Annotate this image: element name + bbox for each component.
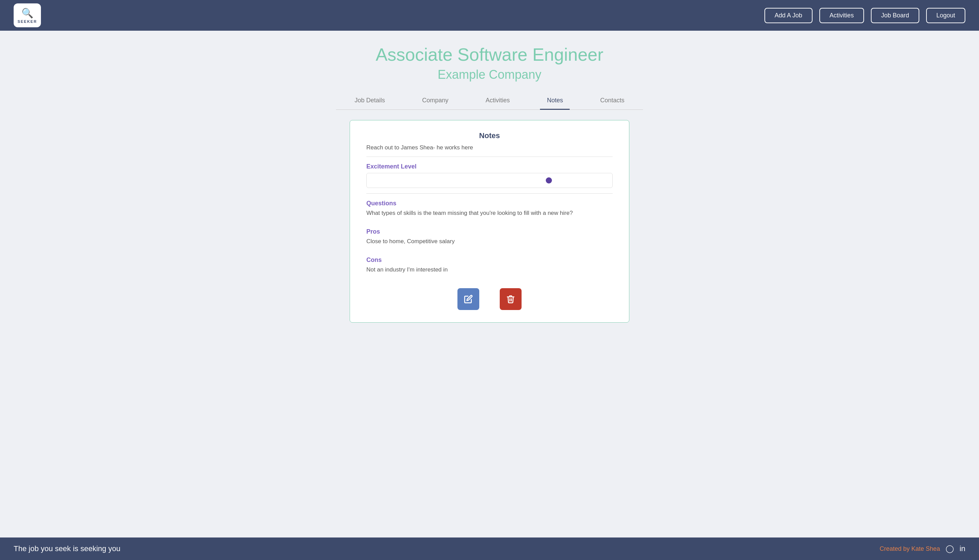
card-title: Notes [366,131,613,140]
main-content: Associate Software Engineer Example Comp… [0,31,979,537]
card-actions [366,288,613,310]
search-icon: 🔍 [22,8,33,19]
add-job-button[interactable]: Add A Job [764,8,812,23]
notes-card: Notes Reach out to James Shea- he works … [350,120,629,323]
tab-contacts[interactable]: Contacts [593,92,631,110]
footer: The job you seek is seeking you Created … [0,537,979,560]
edit-button[interactable] [457,288,479,310]
tabs-nav: Job Details Company Activities Notes Con… [336,92,643,110]
excitement-slider[interactable] [366,173,613,188]
navbar-actions: Add A Job Activities Job Board Logout [764,8,966,23]
linkedin-icon[interactable]: in [959,544,966,553]
general-note: Reach out to James Shea- he works here [366,144,613,157]
questions-section: Questions What types of skills is the te… [366,200,613,222]
cons-section: Cons Not an industry I'm interested in [366,257,613,278]
tab-job-details[interactable]: Job Details [348,92,392,110]
company-name: Example Company [438,68,541,82]
tab-company[interactable]: Company [415,92,455,110]
footer-tagline: The job you seek is seeking you [13,544,120,553]
pros-label: Pros [366,228,613,235]
cons-text: Not an industry I'm interested in [366,267,613,278]
pros-section: Pros Close to home, Competitive salary [366,228,613,250]
questions-label: Questions [366,200,613,207]
github-icon[interactable]: ◯ [946,544,954,553]
logo-text: SEEKER [17,20,37,23]
edit-icon [464,295,473,303]
job-board-button[interactable]: Job Board [871,8,919,23]
excitement-label: Excitement Level [366,163,613,170]
excitement-section: Excitement Level [366,163,613,194]
cons-label: Cons [366,257,613,263]
questions-text: What types of skills is the team missing… [366,210,613,222]
delete-button[interactable] [500,288,522,310]
navbar: 🔍 SEEKER Add A Job Activities Job Board … [0,0,979,31]
tab-activities[interactable]: Activities [479,92,517,110]
pros-text: Close to home, Competitive salary [366,238,613,250]
logout-button[interactable]: Logout [926,8,966,23]
trash-icon [506,295,515,303]
credit-text: Created by Kate Shea [880,545,940,552]
slider-dot [546,177,552,183]
activities-button[interactable]: Activities [819,8,864,23]
footer-credit: Created by Kate Shea ◯ in [880,544,966,553]
tab-notes[interactable]: Notes [540,92,570,110]
slider-track [371,180,608,181]
job-title: Associate Software Engineer [375,44,604,65]
logo[interactable]: 🔍 SEEKER [13,3,41,27]
